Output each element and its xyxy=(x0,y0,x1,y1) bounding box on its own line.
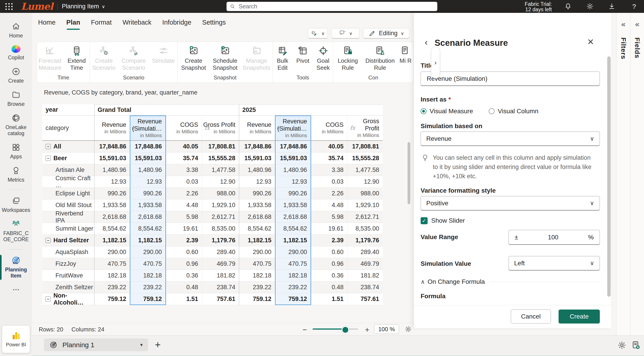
table-cell[interactable]: 239.22 xyxy=(130,281,166,293)
table-cell[interactable]: 181.82 xyxy=(202,270,239,281)
app-launcher-icon[interactable] xyxy=(6,3,13,10)
table-cell[interactable]: 1,933.58 xyxy=(275,199,311,211)
table-cell[interactable]: 2.26 xyxy=(311,188,347,199)
table-cell[interactable]: 988.00 xyxy=(347,188,383,199)
tab-infobridge[interactable]: Infobridge xyxy=(162,19,191,29)
table-cell[interactable]: 2.26 xyxy=(166,188,202,199)
table-row-label[interactable]: AquaSplash xyxy=(42,246,94,258)
ribbon-scroll-right-button[interactable]: › xyxy=(431,47,440,78)
table-cell[interactable]: 12.93 xyxy=(130,176,166,188)
table-row-label[interactable]: −Non-Alcoholi… xyxy=(42,293,94,305)
table-row-label[interactable]: FizzJoy xyxy=(42,258,94,270)
table-row-label[interactable]: −Hard Seltzer xyxy=(42,235,94,246)
table-cell[interactable]: 182.18 xyxy=(94,270,130,281)
table-cell[interactable]: 757.61 xyxy=(202,293,239,305)
table-row-label[interactable]: −Beer xyxy=(42,153,94,164)
sidebar-item-apps[interactable]: Apps xyxy=(0,143,32,160)
value-range-field[interactable]: ± % xyxy=(508,230,600,245)
power-bi-switcher[interactable]: Power BI xyxy=(2,326,30,353)
table-row-label[interactable]: Zenith Seltzer xyxy=(42,281,94,293)
table-cell[interactable]: 469.79 xyxy=(347,258,383,270)
table-cell[interactable]: 15,555.28 xyxy=(202,153,239,164)
table-cell[interactable]: 239.22 xyxy=(275,281,311,293)
table-measure-header[interactable]: fxGross Profitin Millions xyxy=(202,116,239,141)
show-slider-option[interactable]: ✓ Show Slider xyxy=(420,217,465,224)
simulation-based-on-select[interactable]: Revenue ∨ xyxy=(420,132,600,146)
table-cell[interactable]: 1,179.76 xyxy=(202,235,239,246)
add-sheet-button[interactable]: + xyxy=(155,339,161,350)
table-cell[interactable]: 470.75 xyxy=(275,258,311,270)
table-cell[interactable]: 12.93 xyxy=(275,176,311,188)
table-cell[interactable]: 759.12 xyxy=(239,293,275,305)
table-cell[interactable]: 8,554.62 xyxy=(239,223,275,235)
sidebar-item-metrics[interactable]: Metrics xyxy=(0,166,32,183)
table-cell[interactable]: 1,182.15 xyxy=(94,235,130,246)
mode-dropdown[interactable]: Editing ∨ xyxy=(363,28,409,39)
table-measure-header[interactable]: COGSin Millions xyxy=(311,116,347,141)
collapse-icon[interactable]: − xyxy=(46,296,51,302)
table-cell[interactable]: 182.18 xyxy=(275,270,311,281)
table-cell[interactable]: 17,808.81 xyxy=(202,141,239,153)
table-cell[interactable]: 990.26 xyxy=(275,188,311,199)
table-cell[interactable]: 3.38 xyxy=(166,164,202,176)
search-bar[interactable] xyxy=(226,2,437,11)
sidebar-item-planning-item[interactable]: STGPlanningItem xyxy=(0,256,32,279)
expand-chevron-icon[interactable]: « xyxy=(621,20,626,29)
zoom-slider-thumb[interactable] xyxy=(342,326,349,334)
table-cell[interactable]: 40.05 xyxy=(311,141,347,153)
table-cell[interactable]: 8,535.00 xyxy=(202,223,239,235)
on-change-formula-toggle[interactable]: ∧ On Change Formula xyxy=(420,278,600,285)
table-row-label[interactable]: −All xyxy=(42,141,94,153)
table-cell[interactable]: 1,179.76 xyxy=(347,235,383,246)
download-icon[interactable] xyxy=(608,3,616,11)
checkbox-checked-icon[interactable]: ✓ xyxy=(420,217,428,224)
table-corner-year[interactable]: year xyxy=(42,104,94,116)
comments-dropdown[interactable]: ∨ xyxy=(332,28,360,39)
table-cell[interactable]: 238.74 xyxy=(202,281,239,293)
table-cell[interactable]: 469.79 xyxy=(202,258,239,270)
table-cell[interactable]: 12.93 xyxy=(94,176,130,188)
collapse-icon[interactable]: − xyxy=(46,156,51,161)
table-cell[interactable]: 1,933.58 xyxy=(94,199,130,211)
table-measure-header[interactable]: Revenuein Millions xyxy=(239,116,275,141)
table-settings-gear-icon[interactable] xyxy=(404,325,412,333)
table-cell[interactable]: 1,929.10 xyxy=(347,199,383,211)
table-cell[interactable]: 238.74 xyxy=(347,281,383,293)
table-cell[interactable]: 5.98 xyxy=(311,211,347,223)
ribbon-button-locking-rule[interactable]: Locking Rule xyxy=(334,46,361,72)
sheet-tab-planning-1[interactable]: Planning 1 ▾ xyxy=(44,338,148,351)
table-row-label[interactable]: Summit Lager xyxy=(42,223,94,235)
help-icon[interactable]: ? xyxy=(630,3,638,11)
table-cell[interactable]: 470.75 xyxy=(239,258,275,270)
table-cell[interactable]: 8,554.62 xyxy=(130,223,166,235)
ribbon-button-schedule-snapshot[interactable]: Schedule Snapshot xyxy=(210,46,240,72)
table-cell[interactable]: 1,480.96 xyxy=(130,164,166,176)
zoom-out-button[interactable]: − xyxy=(302,325,307,334)
zoom-in-button[interactable]: + xyxy=(365,325,370,334)
app-name-dropdown[interactable]: Planning Item ∨ xyxy=(62,3,105,10)
ribbon-button-goal-seek[interactable]: Goal Seek xyxy=(314,46,333,72)
table-cell[interactable]: 759.12 xyxy=(275,293,311,305)
close-icon[interactable]: × xyxy=(588,36,594,48)
simulation-value-select[interactable]: Left ∨ xyxy=(508,256,600,270)
table-cell[interactable]: 1,480.96 xyxy=(239,164,275,176)
table-cell[interactable]: 290.00 xyxy=(94,246,130,258)
table-cell[interactable]: 0.96 xyxy=(166,258,202,270)
table-cell[interactable]: 1.51 xyxy=(166,293,202,305)
value-range-input[interactable] xyxy=(518,233,588,241)
table-cell[interactable]: 3.38 xyxy=(311,164,347,176)
table-column-group-header[interactable]: Grand Total xyxy=(94,104,239,116)
settings-gear-icon[interactable] xyxy=(586,3,594,11)
table-cell[interactable]: 2,618.68 xyxy=(275,211,311,223)
table-cell[interactable]: 181.82 xyxy=(347,270,383,281)
table-cell[interactable]: 8,535.00 xyxy=(347,223,383,235)
table-row-label[interactable]: FruitWave xyxy=(42,270,94,281)
collapse-icon[interactable]: − xyxy=(46,238,51,243)
table-cell[interactable]: 15,591.03 xyxy=(239,153,275,164)
table-cell[interactable]: 470.75 xyxy=(94,258,130,270)
table-cell[interactable]: 289.40 xyxy=(347,246,383,258)
table-cell[interactable]: 19.61 xyxy=(166,223,202,235)
sidebar-item-create[interactable]: Create xyxy=(0,67,32,84)
table-cell[interactable]: 40.05 xyxy=(166,141,202,153)
table-cell[interactable]: 239.22 xyxy=(239,281,275,293)
